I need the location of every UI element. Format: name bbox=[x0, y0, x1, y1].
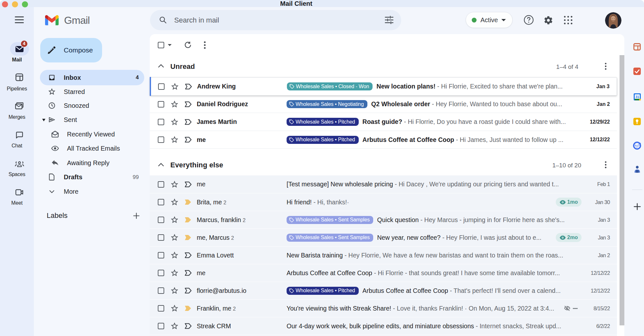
svg-text:31: 31 bbox=[635, 95, 639, 99]
